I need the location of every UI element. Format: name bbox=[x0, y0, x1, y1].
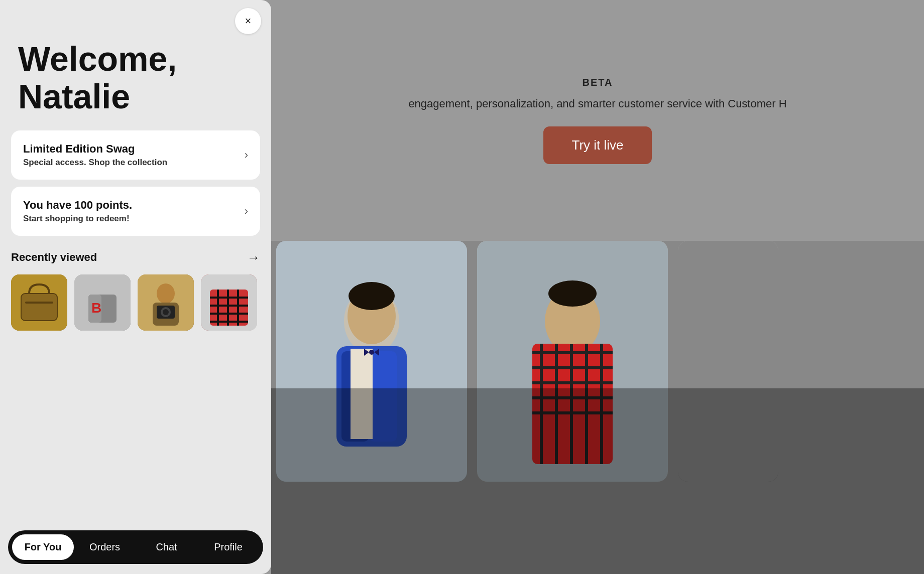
nav-profile[interactable]: Profile bbox=[197, 534, 259, 560]
svg-point-7 bbox=[349, 282, 395, 310]
svg-rect-47 bbox=[227, 290, 229, 326]
svg-point-25 bbox=[548, 280, 597, 307]
svg-rect-46 bbox=[217, 290, 219, 326]
svg-text:B: B bbox=[91, 300, 101, 316]
nav-orders[interactable]: Orders bbox=[74, 534, 136, 560]
thumbnail-4[interactable] bbox=[201, 274, 257, 331]
beta-section: BETA engagement, personalization, and sm… bbox=[271, 0, 924, 241]
card-1-chevron: › bbox=[245, 149, 248, 162]
svg-point-35 bbox=[157, 283, 175, 304]
dark-overlay bbox=[271, 388, 924, 574]
nav-for-you[interactable]: For You bbox=[12, 534, 74, 560]
card-2-subtitle: Start shopping to redeem! bbox=[23, 214, 132, 224]
welcome-text: Welcome,Natalie bbox=[18, 40, 177, 115]
points-card[interactable]: You have 100 points. Start shopping to r… bbox=[11, 187, 260, 236]
card-2-chevron: › bbox=[245, 205, 248, 218]
svg-rect-29 bbox=[25, 302, 53, 304]
nav-chat[interactable]: Chat bbox=[136, 534, 197, 560]
thumbnail-1[interactable] bbox=[11, 274, 67, 331]
thumbnail-2[interactable]: B bbox=[74, 274, 131, 331]
recently-viewed-section: Recently viewed → bbox=[0, 236, 271, 530]
nav-for-you-label: For You bbox=[25, 541, 62, 553]
bottom-nav: For You Orders Chat Profile bbox=[8, 530, 263, 564]
recently-arrow[interactable]: → bbox=[247, 250, 260, 265]
welcome-heading: Welcome,Natalie bbox=[0, 0, 271, 130]
recently-header: Recently viewed → bbox=[11, 250, 260, 265]
nav-orders-label: Orders bbox=[89, 541, 120, 553]
recently-title: Recently viewed bbox=[11, 251, 97, 264]
close-button[interactable]: × bbox=[235, 8, 261, 34]
svg-point-39 bbox=[163, 309, 169, 315]
try-live-button[interactable]: Try it live bbox=[543, 126, 651, 164]
slide-panel: × Welcome,Natalie Limited Edition Swag S… bbox=[0, 0, 271, 574]
svg-rect-28 bbox=[21, 294, 57, 321]
svg-point-10 bbox=[369, 350, 374, 355]
thumbnail-3[interactable] bbox=[138, 274, 194, 331]
card-2-title: You have 100 points. bbox=[23, 199, 132, 212]
cards-container: Limited Edition Swag Special access. Sho… bbox=[0, 130, 271, 236]
card-1-content: Limited Edition Swag Special access. Sho… bbox=[23, 142, 167, 168]
thumbnails-row: B bbox=[11, 274, 260, 331]
nav-profile-label: Profile bbox=[214, 541, 243, 553]
svg-rect-48 bbox=[237, 290, 239, 326]
card-1-title: Limited Edition Swag bbox=[23, 142, 167, 156]
limited-edition-card[interactable]: Limited Edition Swag Special access. Sho… bbox=[11, 130, 260, 180]
beta-badge: BETA bbox=[583, 77, 613, 88]
card-1-subtitle: Special access. Shop the collection bbox=[23, 158, 167, 168]
close-icon: × bbox=[245, 15, 252, 28]
card-2-content: You have 100 points. Start shopping to r… bbox=[23, 199, 132, 224]
nav-chat-label: Chat bbox=[156, 541, 177, 553]
beta-subtitle: engagement, personalization, and smarter… bbox=[408, 97, 786, 110]
